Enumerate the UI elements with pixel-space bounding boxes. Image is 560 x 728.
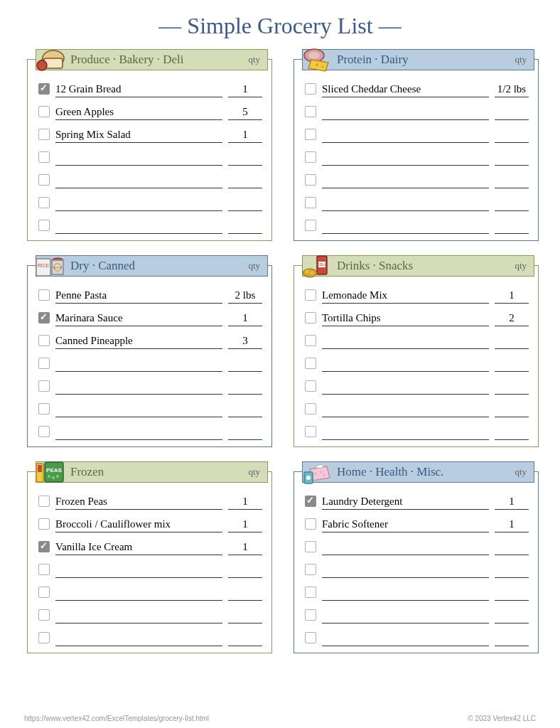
item-qty[interactable] (495, 151, 529, 166)
item-name[interactable]: Frozen Peas (55, 496, 222, 510)
item-qty[interactable] (228, 564, 262, 578)
item-qty[interactable] (228, 632, 262, 646)
item-qty[interactable]: 1 (495, 518, 529, 532)
item-qty[interactable] (495, 403, 529, 417)
checkbox[interactable] (38, 312, 50, 323)
checkbox[interactable] (38, 609, 50, 621)
checkbox[interactable] (38, 403, 50, 414)
checkbox[interactable] (305, 609, 316, 621)
checkbox[interactable] (305, 220, 316, 231)
item-name[interactable] (55, 426, 222, 440)
item-name[interactable]: Fabric Softener (322, 518, 489, 532)
item-name[interactable] (55, 174, 222, 188)
item-qty[interactable] (495, 564, 529, 578)
item-qty[interactable] (495, 380, 529, 395)
checkbox[interactable] (305, 426, 316, 437)
item-name[interactable] (55, 197, 222, 211)
item-qty[interactable]: 2 (495, 312, 529, 326)
item-name[interactable] (322, 609, 489, 623)
item-qty[interactable]: 1 (228, 83, 262, 97)
checkbox[interactable] (38, 541, 50, 552)
item-name[interactable] (322, 335, 489, 349)
checkbox[interactable] (38, 174, 50, 186)
item-qty[interactable] (228, 220, 262, 234)
checkbox[interactable] (38, 335, 50, 346)
item-qty[interactable] (228, 587, 262, 601)
item-name[interactable]: 12 Grain Bread (55, 83, 222, 97)
item-name[interactable] (322, 358, 489, 372)
item-qty[interactable] (228, 380, 262, 395)
checkbox[interactable] (38, 496, 50, 507)
item-name[interactable] (322, 174, 489, 188)
item-name[interactable] (322, 587, 489, 601)
checkbox[interactable] (305, 312, 316, 323)
item-qty[interactable]: 2 lbs (228, 289, 262, 304)
item-name[interactable]: Canned Pineapple (55, 335, 222, 349)
checkbox[interactable] (38, 564, 50, 575)
item-qty[interactable]: 1 (228, 518, 262, 532)
item-qty[interactable] (495, 335, 529, 349)
item-name[interactable] (322, 403, 489, 417)
item-name[interactable]: Penne Pasta (55, 289, 222, 304)
item-qty[interactable] (495, 220, 529, 234)
checkbox[interactable] (305, 403, 316, 414)
checkbox[interactable] (305, 358, 316, 369)
item-qty[interactable]: 3 (228, 335, 262, 349)
item-name[interactable]: Tortilla Chips (322, 312, 489, 326)
item-qty[interactable]: 1 (228, 129, 262, 143)
item-name[interactable] (322, 564, 489, 578)
item-name[interactable] (322, 106, 489, 120)
item-name[interactable]: Spring Mix Salad (55, 129, 222, 143)
item-qty[interactable]: 1 (228, 496, 262, 510)
item-qty[interactable] (495, 426, 529, 440)
item-qty[interactable] (495, 541, 529, 555)
item-qty[interactable] (495, 609, 529, 623)
item-name[interactable]: Lemonade Mix (322, 289, 489, 304)
checkbox[interactable] (38, 197, 50, 208)
item-qty[interactable]: 1/2 lbs (495, 83, 529, 97)
item-qty[interactable] (495, 106, 529, 120)
item-qty[interactable] (228, 174, 262, 188)
checkbox[interactable] (305, 289, 316, 301)
checkbox[interactable] (305, 106, 316, 117)
item-qty[interactable] (495, 358, 529, 372)
item-name[interactable] (322, 541, 489, 555)
checkbox[interactable] (38, 518, 50, 530)
item-name[interactable]: Green Apples (55, 106, 222, 120)
checkbox[interactable] (38, 129, 50, 140)
item-name[interactable] (55, 403, 222, 417)
item-name[interactable] (55, 380, 222, 395)
item-name[interactable]: Vanilla Ice Cream (55, 541, 222, 555)
item-qty[interactable] (228, 197, 262, 211)
item-name[interactable] (55, 609, 222, 623)
item-name[interactable]: Marinara Sauce (55, 312, 222, 326)
item-qty[interactable]: 5 (228, 106, 262, 120)
checkbox[interactable] (305, 541, 316, 552)
checkbox[interactable] (38, 426, 50, 437)
item-name[interactable]: Broccoli / Cauliflower mix (55, 518, 222, 532)
checkbox[interactable] (38, 151, 50, 163)
item-qty[interactable]: 1 (495, 496, 529, 510)
checkbox[interactable] (38, 220, 50, 231)
item-qty[interactable] (228, 609, 262, 623)
checkbox[interactable] (305, 151, 316, 163)
item-qty[interactable] (495, 197, 529, 211)
checkbox[interactable] (305, 632, 316, 643)
item-name[interactable]: Sliced Cheddar Cheese (322, 83, 489, 97)
checkbox[interactable] (305, 564, 316, 575)
item-qty[interactable] (495, 174, 529, 188)
item-name[interactable] (55, 632, 222, 646)
item-qty[interactable] (228, 426, 262, 440)
item-name[interactable]: Laundry Detergent (322, 496, 489, 510)
item-name[interactable] (55, 151, 222, 166)
item-name[interactable] (322, 632, 489, 646)
checkbox[interactable] (305, 518, 316, 530)
item-name[interactable] (322, 426, 489, 440)
item-qty[interactable]: 1 (228, 312, 262, 326)
checkbox[interactable] (38, 587, 50, 598)
checkbox[interactable] (305, 174, 316, 186)
checkbox[interactable] (305, 335, 316, 346)
item-qty[interactable] (228, 151, 262, 166)
item-name[interactable] (322, 151, 489, 166)
item-name[interactable] (55, 587, 222, 601)
